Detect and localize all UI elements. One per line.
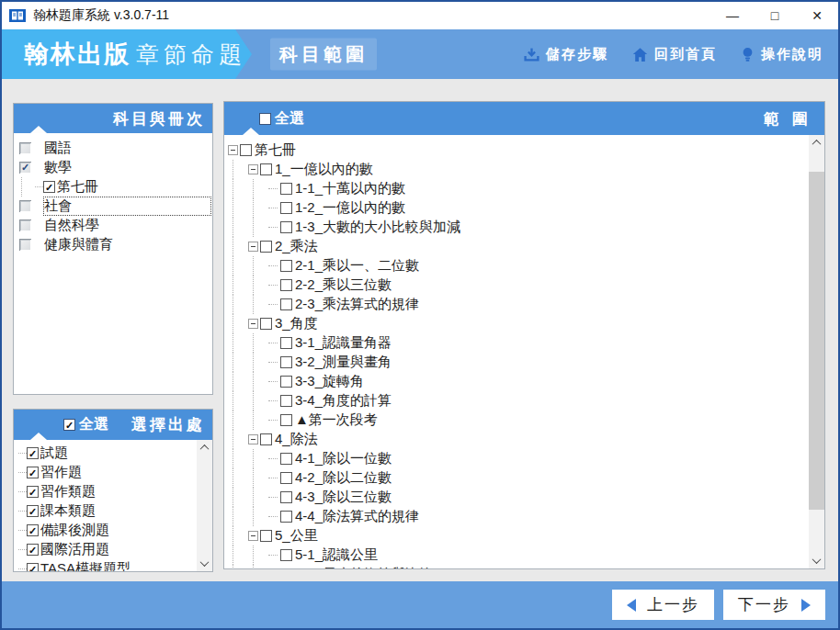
save-action[interactable]: 儲存步驟 <box>524 46 608 63</box>
tree-checkbox[interactable] <box>280 453 292 465</box>
tree-row[interactable]: 2-2_乘以三位數 <box>224 276 809 295</box>
tree-checkbox[interactable] <box>280 298 292 310</box>
volume-row[interactable]: ✓第七冊 <box>14 177 212 197</box>
collapse-toggle-icon[interactable] <box>248 319 258 329</box>
help-action[interactable]: 操作說明 <box>741 46 823 63</box>
tree-label: 2_乘法 <box>275 238 318 255</box>
source-row[interactable]: ✓國際活用題 <box>14 540 197 559</box>
tree-row[interactable]: 2_乘法 <box>224 237 809 256</box>
select-all-checkbox[interactable] <box>259 113 271 125</box>
collapse-toggle-icon[interactable] <box>248 164 258 174</box>
tree-checkbox[interactable] <box>260 530 272 542</box>
next-step-button[interactable]: 下一步 <box>723 590 825 620</box>
tree-checkbox[interactable] <box>280 221 292 233</box>
tree-row[interactable]: 1_一億以內的數 <box>224 160 809 179</box>
subject-row[interactable]: 國語 <box>14 139 212 158</box>
tree-checkbox[interactable] <box>280 395 292 407</box>
source-checkbox[interactable]: ✓ <box>27 467 39 478</box>
subject-row[interactable]: 健康與體育 <box>14 235 212 254</box>
subject-checkbox[interactable]: ✓ <box>19 162 31 174</box>
tree-row[interactable]: 3-3_旋轉角 <box>224 372 809 391</box>
tree-row[interactable]: 3-2_測量與畫角 <box>224 353 809 372</box>
tree-checkbox[interactable] <box>280 472 292 484</box>
subject-row[interactable]: 社會 <box>14 197 212 216</box>
source-row[interactable]: ✓習作類題 <box>14 482 197 501</box>
tree-row[interactable]: 3_角度 <box>224 314 809 333</box>
tree-checkbox[interactable] <box>260 433 272 445</box>
collapse-toggle-icon[interactable] <box>248 434 258 444</box>
tree-checkbox[interactable] <box>280 202 292 214</box>
tree-row[interactable]: 3-4_角度的計算 <box>224 391 809 411</box>
source-row[interactable]: ✓習作題 <box>14 463 197 482</box>
sources-scrollbar[interactable] <box>197 440 212 571</box>
subject-checkbox[interactable] <box>19 200 31 212</box>
prev-step-button[interactable]: 上一步 <box>612 590 714 620</box>
tree-checkbox[interactable] <box>280 511 292 523</box>
source-row[interactable]: ✓備課後測題 <box>14 521 197 540</box>
tree-checkbox[interactable] <box>280 279 292 291</box>
tree-row[interactable]: 2-3_乘法算式的規律 <box>224 295 809 314</box>
tree-row[interactable]: 3-1_認識量角器 <box>224 333 809 353</box>
subject-checkbox[interactable] <box>19 219 31 231</box>
tree-row[interactable]: 5-1_認識公里 <box>224 546 809 565</box>
source-label: 國際活用題 <box>40 541 109 558</box>
tree-row[interactable]: 4-2_除以二位數 <box>224 468 809 488</box>
maximize-button[interactable]: □ <box>754 2 796 29</box>
source-checkbox[interactable]: ✓ <box>27 544 39 556</box>
collapse-toggle-icon[interactable] <box>248 242 258 252</box>
action-label: 儲存步驟 <box>546 46 608 63</box>
collapse-toggle-icon[interactable] <box>248 531 258 541</box>
source-row[interactable]: ✓TASA模擬題型 <box>14 559 197 571</box>
tree-row[interactable]: ▲第一次段考 <box>224 411 809 430</box>
tree-row[interactable]: 1-3_大數的大小比較與加減 <box>224 218 809 237</box>
tree-checkbox[interactable] <box>280 491 292 503</box>
tree-row[interactable]: 4-3_除以三位數 <box>224 488 809 507</box>
tree-checkbox[interactable] <box>260 318 272 330</box>
tree-checkbox[interactable] <box>280 549 292 561</box>
source-checkbox[interactable]: ✓ <box>27 524 39 536</box>
source-checkbox[interactable]: ✓ <box>27 486 39 498</box>
tree-row[interactable]: 4-1_除以一位數 <box>224 449 809 468</box>
home-action[interactable]: 回到首頁 <box>632 46 717 63</box>
scroll-down-button[interactable] <box>197 556 212 571</box>
tree-row[interactable]: 5_公里 <box>224 526 809 546</box>
select-all-checkbox[interactable]: ✓ <box>63 419 75 431</box>
scroll-up-button[interactable] <box>809 135 824 151</box>
subject-row[interactable]: ✓數學 <box>14 158 212 177</box>
tree-checkbox[interactable] <box>240 144 252 156</box>
close-button[interactable]: ✕ <box>796 2 838 29</box>
sources-select-all[interactable]: ✓ 全選 <box>63 415 108 434</box>
source-row[interactable]: ✓課本類題 <box>14 501 197 521</box>
tree-checkbox[interactable] <box>280 337 292 349</box>
tree-row[interactable]: 1-1_十萬以內的數 <box>224 179 809 198</box>
tree-checkbox[interactable] <box>280 376 292 388</box>
tree-row[interactable]: 5-2_長度的換算與比較 <box>224 565 809 568</box>
tree-row[interactable]: 4-4_除法算式的規律 <box>224 507 809 526</box>
source-row[interactable]: ✓試題 <box>14 444 197 463</box>
tree-checkbox[interactable] <box>260 163 272 175</box>
tree-row[interactable]: 2-1_乘以一、二位數 <box>224 256 809 276</box>
subject-checkbox[interactable] <box>19 239 31 251</box>
scroll-up-button[interactable] <box>197 440 212 456</box>
scope-scrollbar[interactable] <box>809 135 824 568</box>
scroll-down-button[interactable] <box>809 553 824 568</box>
tree-checkbox[interactable] <box>260 241 272 253</box>
subject-row[interactable]: 自然科學 <box>14 216 212 235</box>
scrollbar-thumb[interactable] <box>809 172 824 510</box>
tree-row[interactable]: 4_除法 <box>224 430 809 449</box>
scope-select-all[interactable]: 全選 <box>259 109 304 129</box>
tree-checkbox[interactable] <box>280 414 292 426</box>
source-checkbox[interactable]: ✓ <box>27 505 39 517</box>
tree-checkbox[interactable] <box>280 356 292 368</box>
source-checkbox[interactable]: ✓ <box>27 563 39 571</box>
source-checkbox[interactable]: ✓ <box>27 447 39 459</box>
collapse-toggle-icon[interactable] <box>228 145 238 155</box>
minimize-button[interactable]: — <box>711 2 754 29</box>
tree-checkbox[interactable] <box>280 260 292 272</box>
chevron-up-icon <box>200 444 210 454</box>
volume-checkbox[interactable]: ✓ <box>43 181 55 193</box>
tree-checkbox[interactable] <box>280 183 292 195</box>
subject-checkbox[interactable] <box>19 142 31 154</box>
tree-row[interactable]: 1-2_一億以內的數 <box>224 198 809 218</box>
tree-row[interactable]: 第七冊 <box>224 141 809 160</box>
